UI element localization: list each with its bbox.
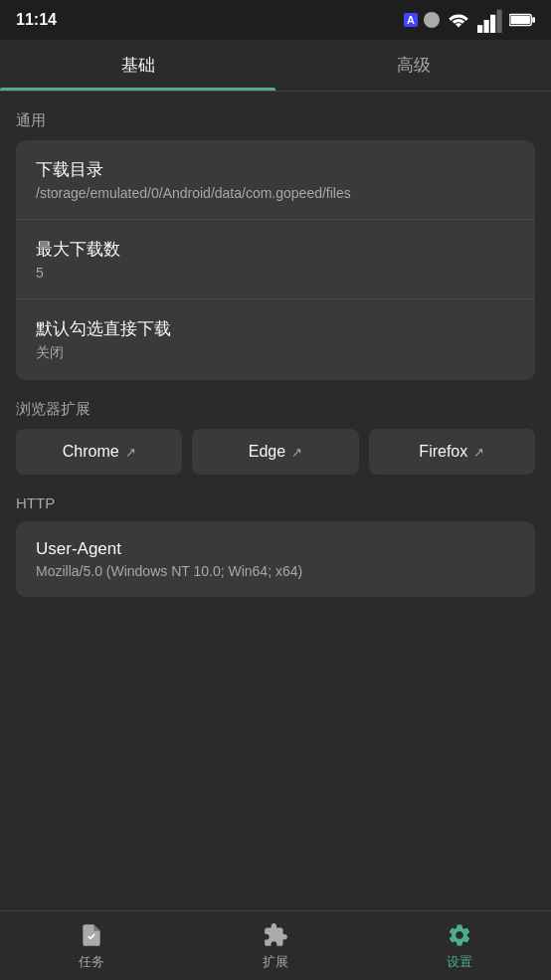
status-icons: A [404,7,535,33]
nav-tasks[interactable]: 任务 [0,921,184,971]
http-settings-card: User-Agent Mozilla/5.0 (Windows NT 10.0;… [16,521,535,597]
svg-rect-5 [532,17,535,23]
browser-extension-section: 浏览器扩展 Chrome ↗ Edge ↗ Firefox ↗ [16,400,535,475]
firefox-external-icon: ↗ [473,445,484,460]
settings-icon [446,921,473,949]
user-agent-title: User-Agent [36,539,515,559]
direct-download-value: 关闭 [36,344,515,362]
tasks-icon [78,921,105,949]
edge-button[interactable]: Edge ↗ [192,429,358,475]
status-time: 11:14 [16,11,57,29]
user-agent-value: Mozilla/5.0 (Windows NT 10.0; Win64; x64… [36,563,515,579]
download-dir-title: 下载目录 [36,158,515,181]
download-dir-item[interactable]: 下载目录 /storage/emulated/0/Android/data/co… [16,140,535,220]
bottom-nav: 任务 扩展 设置 [0,910,551,980]
tab-basic[interactable]: 基础 [0,40,276,91]
tasks-label: 任务 [79,953,104,971]
direct-download-title: 默认勾选直接下载 [36,317,515,340]
http-section-label: HTTP [16,494,535,511]
download-dir-value: /storage/emulated/0/Android/data/com.gop… [36,185,515,201]
svg-rect-3 [497,10,502,33]
a-icon: A [404,13,418,27]
main-content: 通用 下载目录 /storage/emulated/0/Android/data… [0,92,551,910]
extensions-icon [262,921,289,949]
settings-label: 设置 [447,953,472,971]
tab-bar: 基础 高级 [0,40,551,92]
chrome-label: Chrome [63,443,119,461]
browser-buttons-container: Chrome ↗ Edge ↗ Firefox ↗ [16,429,535,475]
firefox-label: Firefox [419,443,467,461]
wifi-icon [446,7,471,33]
extensions-label: 扩展 [263,953,288,971]
svg-rect-6 [510,16,530,24]
svg-rect-2 [490,15,495,33]
user-agent-item[interactable]: User-Agent Mozilla/5.0 (Windows NT 10.0;… [16,521,535,597]
max-downloads-item[interactable]: 最大下载数 5 [16,220,535,299]
http-section: HTTP User-Agent Mozilla/5.0 (Windows NT … [16,494,535,597]
chrome-button[interactable]: Chrome ↗ [16,429,182,475]
battery-icon [509,7,535,33]
direct-download-item[interactable]: 默认勾选直接下载 关闭 [16,299,535,380]
nav-extensions[interactable]: 扩展 [184,921,368,971]
nav-settings[interactable]: 设置 [367,921,551,971]
max-downloads-title: 最大下载数 [36,238,515,261]
edge-label: Edge [249,443,285,461]
signal-icon [477,7,503,33]
firefox-button[interactable]: Firefox ↗ [369,429,535,475]
general-settings-card: 下载目录 /storage/emulated/0/Android/data/co… [16,140,535,380]
general-section-label: 通用 [16,111,535,130]
tab-advanced[interactable]: 高级 [276,40,551,91]
max-downloads-value: 5 [36,265,515,281]
browser-extension-label: 浏览器扩展 [16,400,535,419]
edge-external-icon: ↗ [291,445,302,460]
svg-rect-0 [477,25,482,33]
svg-rect-1 [484,20,489,33]
status-bar: 11:14 A [0,0,551,40]
circle-icon [424,12,440,28]
chrome-external-icon: ↗ [125,445,136,460]
